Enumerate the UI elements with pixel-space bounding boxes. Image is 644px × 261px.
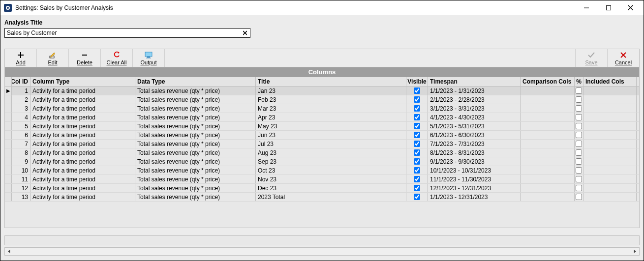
row-selector[interactable] xyxy=(5,166,12,174)
row-selector[interactable] xyxy=(5,104,12,113)
cell-timespan[interactable]: 12/1/2023 - 12/31/2023 xyxy=(428,184,521,192)
cell-timespan[interactable]: 7/1/2023 - 7/31/2023 xyxy=(428,140,521,148)
cancel-button[interactable]: Cancel xyxy=(607,49,639,67)
cell-column-type[interactable]: Activity for a time period xyxy=(31,131,135,139)
cell-column-type[interactable]: Activity for a time period xyxy=(31,87,135,95)
cell-title[interactable]: Apr 23 xyxy=(256,113,406,121)
grid-header-selector[interactable] xyxy=(5,77,12,86)
cell-column-type[interactable]: Activity for a time period xyxy=(31,184,135,192)
cell-title[interactable]: Oct 23 xyxy=(256,166,406,174)
cell-data-type[interactable]: Total sales revenue (qty * price) xyxy=(135,175,256,183)
visible-checkbox[interactable] xyxy=(414,141,420,147)
cell-included-cols[interactable] xyxy=(583,166,637,174)
clear-title-button[interactable] xyxy=(240,29,250,37)
cell-column-type[interactable]: Activity for a time period xyxy=(31,113,135,121)
row-selector[interactable] xyxy=(5,157,12,166)
cell-timespan[interactable]: 5/1/2023 - 5/31/2023 xyxy=(428,122,521,130)
visible-checkbox[interactable] xyxy=(414,87,420,94)
table-row[interactable]: 5Activity for a time periodTotal sales r… xyxy=(5,122,639,131)
table-row[interactable]: 7Activity for a time periodTotal sales r… xyxy=(5,140,639,148)
cell-timespan[interactable]: 9/1/2023 - 9/30/2023 xyxy=(428,157,521,166)
row-selector[interactable] xyxy=(5,140,12,148)
cell-id[interactable]: 3 xyxy=(12,104,31,113)
cell-timespan[interactable]: 2/1/2023 - 2/28/2023 xyxy=(428,95,521,104)
cell-column-type[interactable]: Activity for a time period xyxy=(31,140,135,148)
pct-checkbox[interactable] xyxy=(576,158,582,165)
cell-comparison-cols[interactable] xyxy=(521,140,575,148)
visible-checkbox[interactable] xyxy=(414,132,420,138)
grid-header-title[interactable]: Title xyxy=(256,77,406,86)
row-selector[interactable] xyxy=(5,113,12,121)
cell-included-cols[interactable] xyxy=(583,193,637,201)
cell-included-cols[interactable] xyxy=(583,122,637,130)
table-row[interactable]: 11Activity for a time periodTotal sales … xyxy=(5,175,639,184)
minimize-button[interactable] xyxy=(575,1,597,15)
pct-checkbox[interactable] xyxy=(576,141,582,147)
cell-timespan[interactable]: 11/1/2023 - 11/30/2023 xyxy=(428,175,521,183)
pct-checkbox[interactable] xyxy=(576,149,582,156)
cell-title[interactable]: Jul 23 xyxy=(256,140,406,148)
cell-column-type[interactable]: Activity for a time period xyxy=(31,193,135,201)
cell-id[interactable]: 13 xyxy=(12,193,31,201)
grid-header-pct[interactable]: % xyxy=(575,77,583,86)
pct-checkbox[interactable] xyxy=(576,123,582,129)
cell-id[interactable]: 9 xyxy=(12,157,31,166)
table-row[interactable]: 6Activity for a time periodTotal sales r… xyxy=(5,131,639,140)
cell-data-type[interactable]: Total sales revenue (qty * price) xyxy=(135,193,256,201)
cell-title[interactable]: Feb 23 xyxy=(256,95,406,104)
cell-comparison-cols[interactable] xyxy=(521,104,575,113)
cell-title[interactable]: 2023 Total xyxy=(256,193,406,201)
cell-data-type[interactable]: Total sales revenue (qty * price) xyxy=(135,87,256,95)
cell-id[interactable]: 6 xyxy=(12,131,31,139)
row-selector[interactable] xyxy=(5,122,12,130)
grid-header-included-cols[interactable]: Included Cols xyxy=(583,77,637,86)
cell-included-cols[interactable] xyxy=(583,95,637,104)
cell-data-type[interactable]: Total sales revenue (qty * price) xyxy=(135,157,256,166)
pct-checkbox[interactable] xyxy=(576,105,582,112)
cell-column-type[interactable]: Activity for a time period xyxy=(31,148,135,157)
cell-column-type[interactable]: Activity for a time period xyxy=(31,175,135,183)
visible-checkbox[interactable] xyxy=(414,158,420,165)
cell-timespan[interactable]: 4/1/2023 - 4/30/2023 xyxy=(428,113,521,121)
cell-comparison-cols[interactable] xyxy=(521,95,575,104)
row-selector[interactable] xyxy=(5,184,12,192)
analysis-title-input[interactable] xyxy=(5,29,240,37)
delete-button[interactable]: Delete xyxy=(69,49,101,67)
row-selector[interactable] xyxy=(5,95,12,104)
cell-id[interactable]: 2 xyxy=(12,95,31,104)
cell-id[interactable]: 5 xyxy=(12,122,31,130)
cell-comparison-cols[interactable] xyxy=(521,193,575,201)
scroll-right-button[interactable] xyxy=(631,248,639,255)
cell-included-cols[interactable] xyxy=(583,113,637,121)
pct-checkbox[interactable] xyxy=(576,185,582,191)
cell-title[interactable]: Nov 23 xyxy=(256,175,406,183)
table-row[interactable]: 8Activity for a time periodTotal sales r… xyxy=(5,148,639,157)
edit-button[interactable]: Edit xyxy=(37,49,69,67)
cell-data-type[interactable]: Total sales revenue (qty * price) xyxy=(135,166,256,174)
grid-header-data-type[interactable]: Data Type xyxy=(135,77,256,86)
pct-checkbox[interactable] xyxy=(576,114,582,120)
cell-column-type[interactable]: Activity for a time period xyxy=(31,122,135,130)
cell-timespan[interactable]: 3/1/2023 - 3/31/2023 xyxy=(428,104,521,113)
footer-text-area[interactable] xyxy=(4,235,640,245)
cell-included-cols[interactable] xyxy=(583,175,637,183)
visible-checkbox[interactable] xyxy=(414,185,420,191)
cell-comparison-cols[interactable] xyxy=(521,157,575,166)
table-row[interactable]: 2Activity for a time periodTotal sales r… xyxy=(5,95,639,104)
grid-header-column-type[interactable]: Column Type xyxy=(31,77,135,86)
pct-checkbox[interactable] xyxy=(576,132,582,138)
cell-comparison-cols[interactable] xyxy=(521,113,575,121)
cell-timespan[interactable]: 1/1/2023 - 12/31/2023 xyxy=(428,193,521,201)
cell-data-type[interactable]: Total sales revenue (qty * price) xyxy=(135,122,256,130)
cell-comparison-cols[interactable] xyxy=(521,122,575,130)
grid-body[interactable]: ▶1Activity for a time periodTotal sales … xyxy=(5,87,639,228)
cell-title[interactable]: Jun 23 xyxy=(256,131,406,139)
cell-title[interactable]: Aug 23 xyxy=(256,148,406,157)
close-button[interactable] xyxy=(619,1,642,15)
cell-data-type[interactable]: Total sales revenue (qty * price) xyxy=(135,113,256,121)
cell-data-type[interactable]: Total sales revenue (qty * price) xyxy=(135,148,256,157)
cell-id[interactable]: 8 xyxy=(12,148,31,157)
pct-checkbox[interactable] xyxy=(576,167,582,174)
cell-included-cols[interactable] xyxy=(583,157,637,166)
add-button[interactable]: Add xyxy=(5,49,37,67)
